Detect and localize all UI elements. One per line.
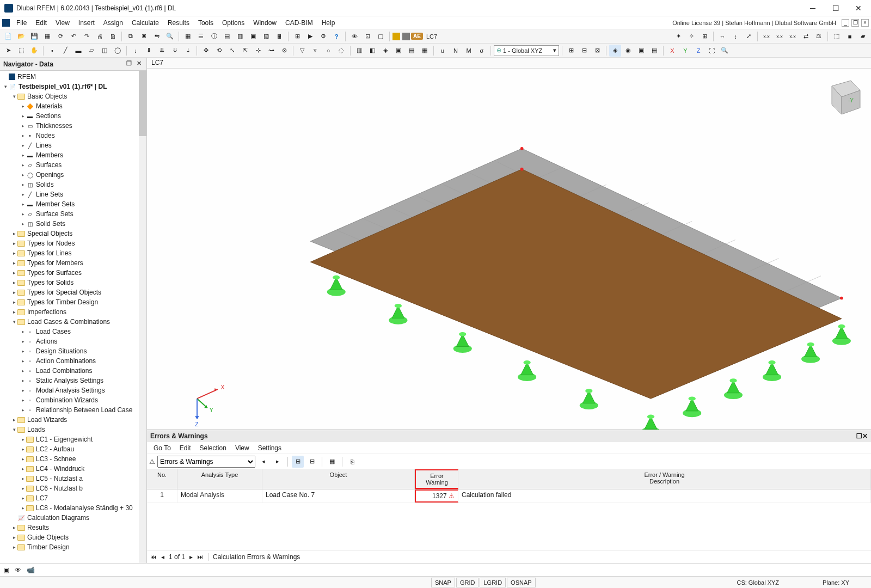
view-persp-icon[interactable]: ◉ xyxy=(622,45,634,57)
optimize-icon[interactable]: ⚙ xyxy=(317,30,329,42)
menu-results[interactable]: Results xyxy=(163,17,194,28)
load-line-icon[interactable]: ⬇ xyxy=(143,45,155,57)
menu-assign[interactable]: Assign xyxy=(99,17,127,28)
isolate-icon[interactable]: ⊡ xyxy=(361,30,373,42)
hinge-icon[interactable]: ○ xyxy=(322,45,334,57)
errors-filter-select[interactable]: Errors & Warnings xyxy=(157,456,255,468)
connect-icon[interactable]: ⊶ xyxy=(265,45,277,57)
tree-lc7[interactable]: ▸LC7 xyxy=(0,493,146,503)
menu-insert[interactable]: Insert xyxy=(74,17,99,28)
errors-table-icon[interactable]: ▦ xyxy=(326,456,338,468)
axis-y-icon[interactable]: Y xyxy=(679,45,691,57)
snap-node-icon[interactable]: ✦ xyxy=(672,30,684,42)
tree-types-for-nodes[interactable]: ▸Types for Nodes xyxy=(0,238,146,248)
color-swatch-1[interactable] xyxy=(392,33,400,40)
redo-icon[interactable]: ↷ xyxy=(81,30,93,42)
section-view-icon[interactable]: ▥ xyxy=(353,45,365,57)
menu-calculate[interactable]: Calculate xyxy=(127,17,163,28)
wireframe-icon[interactable]: ⬚ xyxy=(831,30,843,42)
coord-system-selector[interactable]: ⊕ 1 - Global XYZ▾ xyxy=(494,45,559,56)
print-icon[interactable]: 🖨 xyxy=(94,30,106,42)
tree-types-for-timber-design[interactable]: ▸Types for Timber Design xyxy=(0,297,146,307)
tree-load-cases[interactable]: ▸▫Load Cases xyxy=(0,327,146,336)
errors-menu-go-to[interactable]: Go To xyxy=(149,443,175,453)
find-icon[interactable]: 🔍 xyxy=(164,30,176,42)
errors-menu-edit[interactable]: Edit xyxy=(175,443,195,453)
maximize-button[interactable]: ☐ xyxy=(827,4,844,13)
workplane-xz-icon[interactable]: ⊟ xyxy=(578,45,590,57)
pager-next-icon[interactable]: ▸ xyxy=(189,553,193,561)
tree-results[interactable]: ▸Results xyxy=(0,523,146,532)
scale-icon[interactable]: ⤡ xyxy=(226,45,238,57)
tree-types-for-special-objects[interactable]: ▸Types for Special Objects xyxy=(0,287,146,297)
mesh-icon[interactable]: ⊞ xyxy=(291,30,303,42)
tree-types-for-members[interactable]: ▸Types for Members xyxy=(0,258,146,268)
help-icon[interactable]: ? xyxy=(330,30,342,42)
view-front-icon[interactable]: ▤ xyxy=(648,45,660,57)
loadcase-selector[interactable]: LC7 xyxy=(424,33,439,40)
save-icon[interactable]: 💾 xyxy=(28,30,40,42)
tree-materials[interactable]: ▸🔶Materials xyxy=(0,101,146,111)
block-manager-icon[interactable]: ▦ xyxy=(41,30,53,42)
tree-sections[interactable]: ▸▬Sections xyxy=(0,111,146,121)
menu-view[interactable]: View xyxy=(51,17,74,28)
tree-solid-sets[interactable]: ▸◫Solid Sets xyxy=(0,219,146,229)
tree-surfaces[interactable]: ▸▱Surfaces xyxy=(0,160,146,170)
col-description[interactable]: Error / WarningDescription xyxy=(458,469,871,489)
tree-lc6-nutzlast-b[interactable]: ▸LC6 - Nutzlast b xyxy=(0,483,146,493)
refresh-icon[interactable]: ⟳ xyxy=(54,30,66,42)
tree-combination-wizards[interactable]: ▸▫Combination Wizards xyxy=(0,395,146,405)
close-button[interactable]: ✕ xyxy=(850,4,867,13)
snap-line-icon[interactable]: ✧ xyxy=(685,30,697,42)
status-toggle-lgrid[interactable]: LGRID xyxy=(480,578,506,587)
menu-options[interactable]: Options xyxy=(218,17,249,28)
errors-menu-selection[interactable]: Selection xyxy=(195,443,231,453)
tree-lc4-winddruck[interactable]: ▸LC4 - Winddruck xyxy=(0,464,146,474)
tree-relationship-between-load-case[interactable]: ▸▫Relationship Between Load Case xyxy=(0,405,146,415)
navigation-cube[interactable]: -Y xyxy=(821,75,864,119)
pager-prev-icon[interactable]: ◂ xyxy=(161,553,164,561)
undo-icon[interactable]: ↶ xyxy=(68,30,79,42)
dimension-y-icon[interactable]: ↕ xyxy=(729,30,741,42)
tree-lines[interactable]: ▸╱Lines xyxy=(0,140,146,150)
tree-design-situations[interactable]: ▸▫Design Situations xyxy=(0,346,146,356)
menu-file[interactable]: File xyxy=(12,17,31,28)
errors-row[interactable]: 1 Modal Analysis Load Case No. 7 1327 ⚠ … xyxy=(147,489,871,503)
errors-expand-icon[interactable]: ⊞ xyxy=(292,456,304,468)
app-menu-icon[interactable] xyxy=(2,19,10,27)
col-error-warning[interactable]: ErrorWarning xyxy=(415,469,458,489)
tree-actions[interactable]: ▸▫Actions xyxy=(0,336,146,346)
new-file-icon[interactable]: 📄 xyxy=(2,30,14,42)
tree-load-combinations[interactable]: ▸▫Load Combinations xyxy=(0,366,146,376)
tree-load-cases-combinations[interactable]: ▾Load Cases & Combinations xyxy=(0,317,146,327)
status-toggle-grid[interactable]: GRID xyxy=(456,578,479,587)
load-member-icon[interactable]: ⇊ xyxy=(156,45,168,57)
camera-icon[interactable]: 📹 xyxy=(27,566,35,574)
navigate-icon[interactable]: ☰ xyxy=(195,30,207,42)
view-icon[interactable]: 👁 xyxy=(348,30,360,42)
extrude-icon[interactable]: ⇱ xyxy=(239,45,251,57)
copy-icon[interactable]: ⧉ xyxy=(125,30,137,42)
zoom-window-icon[interactable]: 🔍 xyxy=(719,45,731,57)
pager-first-icon[interactable]: ⏮ xyxy=(150,553,157,561)
front-view-icon[interactable]: ▤ xyxy=(406,45,418,57)
support-node-icon[interactable]: ▽ xyxy=(296,45,308,57)
grid-icon[interactable]: ▤ xyxy=(221,30,233,42)
print-graphic-icon[interactable]: 🖻 xyxy=(107,30,119,42)
tree-lc3-schnee[interactable]: ▸LC3 - Schnee xyxy=(0,454,146,464)
tree-loads[interactable]: ▾Loads xyxy=(0,425,146,434)
member-icon[interactable]: ▬ xyxy=(72,45,84,57)
clip-plane-icon[interactable]: ◧ xyxy=(366,45,378,57)
tree-surface-sets[interactable]: ▸▱Surface Sets xyxy=(0,209,146,219)
tree-action-combinations[interactable]: ▸▫Action Combinations xyxy=(0,356,146,366)
calculator-icon[interactable]: 🖩 xyxy=(273,30,285,42)
menu-edit[interactable]: Edit xyxy=(31,17,51,28)
tree-basic-objects[interactable]: ▾Basic Objects xyxy=(0,91,146,101)
status-toggle-snap[interactable]: SNAP xyxy=(431,578,455,587)
mdi-close-button[interactable]: × xyxy=(861,19,869,27)
support-line-icon[interactable]: ▿ xyxy=(309,45,321,57)
move-icon[interactable]: ✥ xyxy=(200,45,212,57)
tree-calculation-diagrams[interactable]: ▸📈Calculation Diagrams xyxy=(0,513,146,523)
divide-icon[interactable]: ⊹ xyxy=(252,45,264,57)
tree-guide-objects[interactable]: ▸Guide Objects xyxy=(0,532,146,542)
